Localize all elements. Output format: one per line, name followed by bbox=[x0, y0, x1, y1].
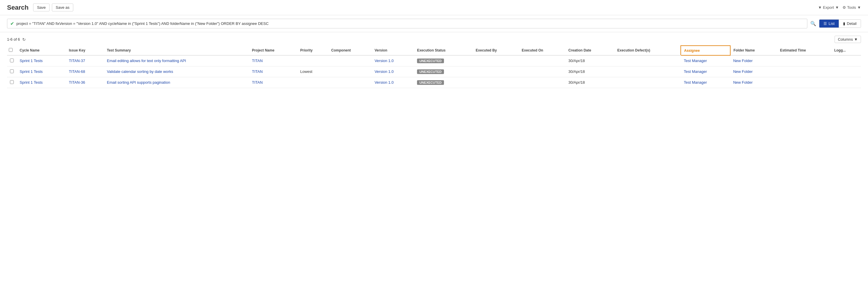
export-icon: ▼ bbox=[818, 5, 822, 10]
results-info: 1-6 of 6 ↻ Columns ▼ bbox=[0, 32, 868, 45]
row-checkbox[interactable] bbox=[10, 59, 14, 62]
list-icon: ☰ bbox=[824, 22, 827, 26]
cell-project-name: TITAN bbox=[249, 55, 298, 66]
cell-link-test-summary[interactable]: Validate calendar sorting by date works bbox=[107, 69, 173, 74]
cell-link-issue-key[interactable]: TITAN-68 bbox=[69, 69, 85, 74]
cell-priority bbox=[298, 77, 329, 88]
row-checkbox-cell bbox=[7, 66, 17, 77]
cell-link-folder-name[interactable]: New Folder bbox=[733, 59, 752, 63]
cell-executed-on bbox=[519, 66, 565, 77]
cell-folder-name: New Folder bbox=[730, 55, 777, 66]
cell-component bbox=[328, 55, 372, 66]
table-header-row: Cycle Name Issue Key Test Summary Projec… bbox=[7, 46, 861, 55]
cell-link-cycle-name[interactable]: Sprint 1 Tests bbox=[20, 69, 43, 74]
cell-assignee: Test Manager bbox=[681, 66, 730, 77]
cell-executed-on bbox=[519, 55, 565, 66]
cell-logged bbox=[831, 55, 861, 66]
refresh-icon[interactable]: ↻ bbox=[22, 37, 26, 42]
status-badge: UNEXECUTED bbox=[417, 80, 444, 85]
row-checkbox[interactable] bbox=[10, 80, 14, 84]
cell-link-version[interactable]: Version 1.0 bbox=[374, 80, 394, 84]
col-component: Component bbox=[328, 46, 372, 55]
cell-executed-on bbox=[519, 77, 565, 88]
cell-link-assignee[interactable]: Test Manager bbox=[684, 80, 707, 84]
cell-creation-date: 30/Apr/18 bbox=[565, 66, 614, 77]
cell-project-name: TITAN bbox=[249, 66, 298, 77]
query-input[interactable] bbox=[17, 22, 804, 26]
cell-link-folder-name[interactable]: New Folder bbox=[733, 80, 752, 84]
cell-version: Version 1.0 bbox=[372, 66, 414, 77]
save-as-button[interactable]: Save as bbox=[52, 3, 73, 11]
cell-link-cycle-name[interactable]: Sprint 1 Tests bbox=[20, 59, 43, 63]
header: Search Save Save as ▼ Export ▼ ⚙ Tools ▼ bbox=[0, 0, 868, 15]
cell-link-issue-key[interactable]: TITAN-37 bbox=[69, 59, 85, 63]
list-view-button[interactable]: ☰ List bbox=[819, 20, 839, 28]
table-wrapper: Cycle Name Issue Key Test Summary Projec… bbox=[0, 45, 868, 88]
cell-logged bbox=[831, 77, 861, 88]
col-executed-by: Executed By bbox=[473, 46, 519, 55]
table-row: Sprint 1 TestsTITAN-36Email sorting API … bbox=[7, 77, 861, 88]
cell-cycle-name: Sprint 1 Tests bbox=[17, 66, 66, 77]
cell-creation-date: 30/Apr/18 bbox=[565, 55, 614, 66]
cell-link-test-summary[interactable]: Email sorting API supports pagination bbox=[107, 80, 170, 84]
search-button[interactable]: 🔍 bbox=[810, 21, 816, 26]
view-toggle: ☰ List ▮ Detail bbox=[819, 19, 861, 28]
cell-estimated-time bbox=[777, 66, 831, 77]
cell-test-summary: Email sorting API supports pagination bbox=[104, 77, 249, 88]
cell-link-version[interactable]: Version 1.0 bbox=[374, 69, 394, 74]
columns-button[interactable]: Columns ▼ bbox=[835, 36, 861, 43]
header-checkbox-cell bbox=[7, 46, 17, 55]
results-count: 1-6 of 6 bbox=[7, 37, 20, 42]
cell-test-summary: Validate calendar sorting by date works bbox=[104, 66, 249, 77]
cell-link-folder-name[interactable]: New Folder bbox=[733, 69, 752, 74]
cell-execution-status: UNEXECUTED bbox=[414, 55, 473, 66]
col-estimated-time: Estimated Time bbox=[777, 46, 831, 55]
col-test-summary: Test Summary bbox=[104, 46, 249, 55]
col-executed-on: Executed On bbox=[519, 46, 565, 55]
results-table: Cycle Name Issue Key Test Summary Projec… bbox=[7, 45, 861, 88]
cell-link-cycle-name[interactable]: Sprint 1 Tests bbox=[20, 80, 43, 84]
cell-execution-defects bbox=[615, 77, 681, 88]
cell-execution-status: UNEXECUTED bbox=[414, 66, 473, 77]
cell-executed-by bbox=[473, 66, 519, 77]
cell-link-issue-key[interactable]: TITAN-36 bbox=[69, 80, 85, 84]
cell-component bbox=[328, 77, 372, 88]
cell-link-test-summary[interactable]: Email editing allows for text only forma… bbox=[107, 59, 186, 63]
cell-issue-key: TITAN-68 bbox=[66, 66, 104, 77]
cell-link-project-name[interactable]: TITAN bbox=[252, 69, 263, 74]
cell-estimated-time bbox=[777, 55, 831, 66]
cell-logged bbox=[831, 66, 861, 77]
cell-test-summary: Email editing allows for text only forma… bbox=[104, 55, 249, 66]
cell-link-assignee[interactable]: Test Manager bbox=[684, 69, 707, 74]
cell-priority: Lowest bbox=[298, 66, 329, 77]
cell-link-version[interactable]: Version 1.0 bbox=[374, 59, 394, 63]
cell-link-project-name[interactable]: TITAN bbox=[252, 59, 263, 63]
cell-link-assignee[interactable]: Test Manager bbox=[684, 59, 707, 63]
detail-icon: ▮ bbox=[843, 22, 845, 26]
cell-executed-by bbox=[473, 77, 519, 88]
detail-view-button[interactable]: ▮ Detail bbox=[839, 20, 861, 28]
row-checkbox[interactable] bbox=[10, 69, 14, 73]
export-button[interactable]: ▼ Export ▼ bbox=[818, 5, 839, 10]
col-assignee[interactable]: Assignee bbox=[681, 46, 730, 55]
cell-folder-name: New Folder bbox=[730, 66, 777, 77]
col-version: Version bbox=[372, 46, 414, 55]
row-checkbox-cell bbox=[7, 55, 17, 66]
cell-assignee: Test Manager bbox=[681, 77, 730, 88]
cell-executed-by bbox=[473, 55, 519, 66]
cell-execution-status: UNEXECUTED bbox=[414, 77, 473, 88]
cell-execution-defects bbox=[615, 55, 681, 66]
cell-link-project-name[interactable]: TITAN bbox=[252, 80, 263, 84]
col-execution-status: Execution Status bbox=[414, 46, 473, 55]
col-cycle-name: Cycle Name bbox=[17, 46, 66, 55]
valid-icon: ✔ bbox=[10, 21, 14, 26]
select-all-checkbox[interactable] bbox=[9, 48, 12, 52]
save-button[interactable]: Save bbox=[33, 3, 50, 11]
cell-priority bbox=[298, 55, 329, 66]
cell-cycle-name: Sprint 1 Tests bbox=[17, 55, 66, 66]
page-title: Search bbox=[7, 4, 28, 11]
tools-button[interactable]: ⚙ Tools ▼ bbox=[842, 5, 861, 10]
cell-version: Version 1.0 bbox=[372, 77, 414, 88]
header-actions: ▼ Export ▼ ⚙ Tools ▼ bbox=[818, 5, 861, 10]
search-icon: 🔍 bbox=[810, 21, 816, 26]
